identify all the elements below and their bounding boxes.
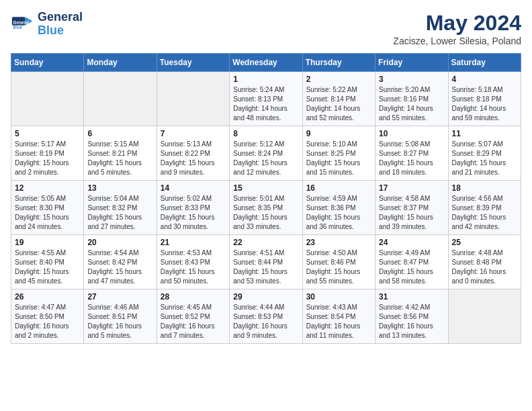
calendar-week-row: 26Sunrise: 4:47 AM Sunset: 8:50 PM Dayli… bbox=[11, 289, 521, 344]
calendar-day-1: 1Sunrise: 5:24 AM Sunset: 8:13 PM Daylig… bbox=[230, 72, 302, 126]
day-info: Sunrise: 5:20 AM Sunset: 8:16 PM Dayligh… bbox=[379, 85, 444, 123]
day-number: 30 bbox=[306, 292, 371, 302]
calendar-day-5: 5Sunrise: 5:17 AM Sunset: 8:19 PM Daylig… bbox=[11, 126, 84, 181]
calendar-day-14: 14Sunrise: 5:02 AM Sunset: 8:33 PM Dayli… bbox=[157, 181, 229, 235]
weekday-header-sunday: Sunday bbox=[11, 54, 84, 72]
day-number: 21 bbox=[161, 238, 226, 247]
calendar-week-row: 5Sunrise: 5:17 AM Sunset: 8:19 PM Daylig… bbox=[11, 126, 521, 181]
day-info: Sunrise: 4:51 AM Sunset: 8:44 PM Dayligh… bbox=[233, 248, 298, 286]
svg-text:General: General bbox=[13, 20, 30, 25]
day-info: Sunrise: 4:46 AM Sunset: 8:51 PM Dayligh… bbox=[87, 303, 152, 340]
day-number: 6 bbox=[87, 129, 152, 138]
day-info: Sunrise: 4:56 AM Sunset: 8:39 PM Dayligh… bbox=[452, 194, 517, 232]
day-number: 17 bbox=[379, 183, 444, 193]
empty-day-cell bbox=[157, 72, 229, 126]
day-number: 31 bbox=[379, 292, 444, 302]
calendar-day-13: 13Sunrise: 5:04 AM Sunset: 8:32 PM Dayli… bbox=[84, 181, 157, 235]
day-info: Sunrise: 4:50 AM Sunset: 8:46 PM Dayligh… bbox=[306, 248, 371, 286]
calendar-day-27: 27Sunrise: 4:46 AM Sunset: 8:51 PM Dayli… bbox=[84, 289, 157, 344]
calendar-day-12: 12Sunrise: 5:05 AM Sunset: 8:30 PM Dayli… bbox=[11, 181, 84, 235]
calendar-day-30: 30Sunrise: 4:43 AM Sunset: 8:54 PM Dayli… bbox=[302, 289, 375, 344]
day-info: Sunrise: 5:13 AM Sunset: 8:22 PM Dayligh… bbox=[161, 140, 226, 177]
calendar-day-4: 4Sunrise: 5:18 AM Sunset: 8:18 PM Daylig… bbox=[448, 72, 521, 126]
title-block: May 2024 Zacisze, Lower Silesia, Poland bbox=[393, 11, 521, 46]
day-info: Sunrise: 5:17 AM Sunset: 8:19 PM Dayligh… bbox=[15, 140, 80, 177]
calendar-day-25: 25Sunrise: 4:48 AM Sunset: 8:48 PM Dayli… bbox=[448, 235, 521, 289]
day-info: Sunrise: 4:54 AM Sunset: 8:42 PM Dayligh… bbox=[87, 248, 152, 286]
calendar-day-28: 28Sunrise: 4:45 AM Sunset: 8:52 PM Dayli… bbox=[157, 289, 229, 344]
logo-text-line2: Blue bbox=[38, 24, 83, 38]
calendar-day-29: 29Sunrise: 4:44 AM Sunset: 8:53 PM Dayli… bbox=[230, 289, 302, 344]
day-info: Sunrise: 4:58 AM Sunset: 8:37 PM Dayligh… bbox=[379, 194, 444, 232]
month-title: May 2024 bbox=[393, 11, 521, 36]
day-number: 3 bbox=[379, 75, 444, 84]
day-info: Sunrise: 5:10 AM Sunset: 8:25 PM Dayligh… bbox=[306, 140, 371, 177]
weekday-header-saturday: Saturday bbox=[448, 54, 521, 72]
day-number: 8 bbox=[233, 129, 298, 138]
calendar-week-row: 12Sunrise: 5:05 AM Sunset: 8:30 PM Dayli… bbox=[11, 181, 521, 235]
day-number: 7 bbox=[161, 129, 226, 138]
calendar-day-31: 31Sunrise: 4:42 AM Sunset: 8:56 PM Dayli… bbox=[375, 289, 448, 344]
calendar-day-2: 2Sunrise: 5:22 AM Sunset: 8:14 PM Daylig… bbox=[302, 72, 375, 126]
day-info: Sunrise: 5:18 AM Sunset: 8:18 PM Dayligh… bbox=[452, 85, 517, 123]
empty-day-cell bbox=[84, 72, 157, 126]
weekday-header-wednesday: Wednesday bbox=[230, 54, 302, 72]
day-info: Sunrise: 5:01 AM Sunset: 8:35 PM Dayligh… bbox=[233, 194, 298, 232]
svg-text:Blue: Blue bbox=[13, 25, 23, 30]
calendar-day-16: 16Sunrise: 4:59 AM Sunset: 8:36 PM Dayli… bbox=[302, 181, 375, 235]
calendar-day-24: 24Sunrise: 4:49 AM Sunset: 8:47 PM Dayli… bbox=[375, 235, 448, 289]
day-number: 23 bbox=[306, 238, 371, 247]
day-number: 9 bbox=[306, 129, 371, 138]
day-info: Sunrise: 4:42 AM Sunset: 8:56 PM Dayligh… bbox=[379, 303, 444, 340]
calendar-day-19: 19Sunrise: 4:55 AM Sunset: 8:40 PM Dayli… bbox=[11, 235, 84, 289]
day-info: Sunrise: 4:53 AM Sunset: 8:43 PM Dayligh… bbox=[161, 248, 226, 286]
day-info: Sunrise: 4:55 AM Sunset: 8:40 PM Dayligh… bbox=[15, 248, 80, 286]
calendar-day-22: 22Sunrise: 4:51 AM Sunset: 8:44 PM Dayli… bbox=[230, 235, 302, 289]
day-number: 16 bbox=[306, 183, 371, 193]
day-number: 22 bbox=[233, 238, 298, 247]
day-number: 25 bbox=[452, 238, 517, 247]
empty-day-cell bbox=[11, 72, 84, 126]
calendar-day-8: 8Sunrise: 5:12 AM Sunset: 8:24 PM Daylig… bbox=[230, 126, 302, 181]
calendar-day-15: 15Sunrise: 5:01 AM Sunset: 8:35 PM Dayli… bbox=[230, 181, 302, 235]
day-info: Sunrise: 5:15 AM Sunset: 8:21 PM Dayligh… bbox=[87, 140, 152, 177]
day-info: Sunrise: 4:48 AM Sunset: 8:48 PM Dayligh… bbox=[452, 248, 517, 286]
day-number: 11 bbox=[452, 129, 517, 138]
day-info: Sunrise: 4:49 AM Sunset: 8:47 PM Dayligh… bbox=[379, 248, 444, 286]
day-number: 2 bbox=[306, 75, 371, 84]
calendar-week-row: 1Sunrise: 5:24 AM Sunset: 8:13 PM Daylig… bbox=[11, 72, 521, 126]
logo: General Blue General Blue bbox=[11, 11, 83, 38]
calendar-day-9: 9Sunrise: 5:10 AM Sunset: 8:25 PM Daylig… bbox=[302, 126, 375, 181]
day-number: 10 bbox=[379, 129, 444, 138]
calendar-day-17: 17Sunrise: 4:58 AM Sunset: 8:37 PM Dayli… bbox=[375, 181, 448, 235]
day-number: 14 bbox=[161, 183, 226, 193]
day-info: Sunrise: 5:04 AM Sunset: 8:32 PM Dayligh… bbox=[87, 194, 152, 232]
weekday-header-monday: Monday bbox=[84, 54, 157, 72]
calendar-day-3: 3Sunrise: 5:20 AM Sunset: 8:16 PM Daylig… bbox=[375, 72, 448, 126]
day-number: 1 bbox=[233, 75, 298, 84]
day-number: 18 bbox=[452, 183, 517, 193]
calendar-day-7: 7Sunrise: 5:13 AM Sunset: 8:22 PM Daylig… bbox=[157, 126, 229, 181]
calendar-day-20: 20Sunrise: 4:54 AM Sunset: 8:42 PM Dayli… bbox=[84, 235, 157, 289]
calendar-day-10: 10Sunrise: 5:08 AM Sunset: 8:27 PM Dayli… bbox=[375, 126, 448, 181]
empty-day-cell bbox=[448, 289, 521, 344]
day-number: 13 bbox=[87, 183, 152, 193]
day-info: Sunrise: 4:44 AM Sunset: 8:53 PM Dayligh… bbox=[233, 303, 298, 340]
weekday-header-tuesday: Tuesday bbox=[157, 54, 229, 72]
day-info: Sunrise: 4:43 AM Sunset: 8:54 PM Dayligh… bbox=[306, 303, 371, 340]
calendar-day-6: 6Sunrise: 5:15 AM Sunset: 8:21 PM Daylig… bbox=[84, 126, 157, 181]
weekday-header-thursday: Thursday bbox=[302, 54, 375, 72]
page-header: General Blue General Blue May 2024 Zacis… bbox=[11, 11, 521, 46]
day-number: 27 bbox=[87, 292, 152, 302]
calendar-day-11: 11Sunrise: 5:07 AM Sunset: 8:29 PM Dayli… bbox=[448, 126, 521, 181]
calendar-day-26: 26Sunrise: 4:47 AM Sunset: 8:50 PM Dayli… bbox=[11, 289, 84, 344]
day-number: 29 bbox=[233, 292, 298, 302]
day-number: 26 bbox=[15, 292, 80, 302]
day-info: Sunrise: 5:08 AM Sunset: 8:27 PM Dayligh… bbox=[379, 140, 444, 177]
calendar-day-18: 18Sunrise: 4:56 AM Sunset: 8:39 PM Dayli… bbox=[448, 181, 521, 235]
day-info: Sunrise: 5:24 AM Sunset: 8:13 PM Dayligh… bbox=[233, 85, 298, 123]
day-number: 20 bbox=[87, 238, 152, 247]
calendar-week-row: 19Sunrise: 4:55 AM Sunset: 8:40 PM Dayli… bbox=[11, 235, 521, 289]
day-info: Sunrise: 5:22 AM Sunset: 8:14 PM Dayligh… bbox=[306, 85, 371, 123]
calendar-table: SundayMondayTuesdayWednesdayThursdayFrid… bbox=[11, 53, 521, 344]
